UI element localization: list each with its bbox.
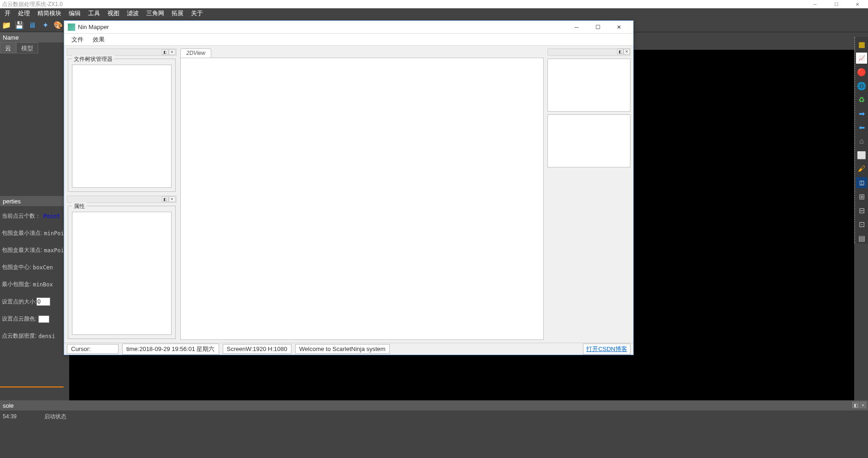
nm-2d-viewport[interactable] bbox=[180, 58, 544, 340]
nm-file-tree-group: 文件树状管理器 bbox=[68, 59, 176, 192]
nm-panel-close-button[interactable]: ✕ bbox=[169, 49, 175, 55]
nm-minimize-button[interactable]: ─ bbox=[566, 21, 587, 34]
arrow-left-icon[interactable]: ⬅ bbox=[856, 122, 867, 133]
console-time: 54:39 bbox=[3, 413, 17, 420]
menu-edit[interactable]: 编辑 bbox=[65, 8, 84, 18]
recycle-icon[interactable]: ♻ bbox=[856, 94, 867, 105]
prop-center: 包围盒中心: boxCen bbox=[0, 259, 64, 276]
nm-file-tree-title: 文件树状管理器 bbox=[72, 55, 114, 63]
console-close-button[interactable]: ✕ bbox=[860, 402, 866, 408]
prop-density: 点云数据密度: densi bbox=[0, 327, 64, 345]
left-tabs: 云 模型 bbox=[0, 42, 64, 54]
view4-icon[interactable]: ⊡ bbox=[856, 219, 867, 230]
nm-left-column: ◧ ✕ 文件树状管理器 ◧ ✕ 属性 bbox=[67, 48, 177, 340]
nm-tab-2dview[interactable]: 2DView bbox=[180, 48, 211, 58]
chart-icon[interactable]: 📈 bbox=[856, 53, 867, 64]
menu-process[interactable]: 处理 bbox=[14, 8, 34, 18]
nm-right-float-button[interactable]: ◧ bbox=[617, 49, 624, 54]
view5-icon[interactable]: ▤ bbox=[856, 232, 867, 244]
console-panel: 54:39 启动状态 bbox=[0, 410, 868, 422]
menu-open[interactable]: 开 bbox=[1, 8, 14, 18]
prop-minbox: 最小包围盒: minBox bbox=[0, 276, 64, 293]
color-tool-icon[interactable]: 🔴 bbox=[856, 66, 867, 77]
nm-props-panel: ◧ ✕ 属性 bbox=[67, 196, 177, 340]
nm-titlebar[interactable]: Nin Mapper ─ ☐ ✕ bbox=[64, 21, 633, 34]
nm-app-icon bbox=[68, 24, 75, 31]
main-title: 点云数据处理系统-ZX1.0 bbox=[2, 0, 63, 8]
main-menubar: 开 处理 精简模块 编辑 工具 视图 滤波 三角网 拓展 关于 bbox=[0, 8, 868, 18]
menu-tools[interactable]: 工具 bbox=[84, 8, 104, 18]
toolbar-open-icon[interactable]: 📁 bbox=[1, 20, 12, 31]
tab-cloud[interactable]: 云 bbox=[0, 42, 16, 54]
menu-extend[interactable]: 拓展 bbox=[168, 8, 187, 18]
nm-close-button[interactable]: ✕ bbox=[608, 21, 630, 34]
nm-status-time: time:2018-09-29 19:56:01 星期六 bbox=[122, 344, 219, 355]
nm-title: Nin Mapper bbox=[78, 24, 109, 30]
brush-icon[interactable]: 🖌 bbox=[856, 163, 867, 174]
point-color-swatch[interactable] bbox=[38, 315, 49, 323]
nm-right-header: ◧ ✕ bbox=[547, 48, 630, 56]
prop-min: 包围盒最小顶点: minPoi bbox=[0, 225, 64, 242]
properties-panel: 当前点云个数： Point 包围盒最小顶点: minPoi 包围盒最大顶点: m… bbox=[0, 208, 64, 345]
nm-file-tree-panel: ◧ ✕ 文件树状管理器 bbox=[67, 48, 177, 193]
main-maximize-button[interactable]: ☐ bbox=[826, 0, 847, 8]
nm-maximize-button[interactable]: ☐ bbox=[587, 21, 608, 34]
nm-props-close-button[interactable]: ✕ bbox=[169, 196, 175, 202]
orange-separator bbox=[0, 387, 64, 387]
nm-file-tree-view[interactable] bbox=[72, 65, 172, 188]
nm-menu-effect[interactable]: 效果 bbox=[88, 34, 109, 45]
prop-count: 当前点云个数： Point bbox=[0, 208, 64, 225]
tab-model[interactable]: 模型 bbox=[16, 42, 38, 54]
menu-filter[interactable]: 滤波 bbox=[123, 8, 143, 18]
prop-max: 包围盒最大顶点: maxPoi bbox=[0, 242, 64, 259]
prop-size: 设置点的大小: bbox=[0, 293, 64, 310]
main-close-button[interactable]: ✕ bbox=[847, 0, 868, 8]
nm-right-close-button[interactable]: ✕ bbox=[624, 49, 630, 54]
home-icon[interactable]: ⌂ bbox=[856, 136, 867, 147]
nm-menu-file[interactable]: 文件 bbox=[67, 34, 88, 45]
nm-file-tree-header: ◧ ✕ bbox=[67, 48, 177, 56]
toolbar-save-icon[interactable]: 💾 bbox=[14, 20, 25, 31]
toolbar-display-icon[interactable]: 🖥 bbox=[27, 20, 38, 31]
nm-props-header: ◧ ✕ bbox=[67, 196, 177, 203]
console-header: sole ◧ ✕ bbox=[0, 400, 868, 410]
nm-right-column: ◧ ✕ bbox=[547, 48, 630, 340]
console-float-button[interactable]: ◧ bbox=[852, 402, 859, 408]
cube-icon[interactable]: ⬜ bbox=[856, 149, 867, 161]
nm-props-title: 属性 bbox=[72, 202, 87, 210]
main-titlebar: 点云数据处理系统-ZX1.0 ─ ☐ ✕ bbox=[0, 0, 868, 8]
nm-center-column: 2DView bbox=[180, 48, 544, 340]
toolbar-palette-icon[interactable]: 🎨 bbox=[53, 20, 64, 31]
nm-status-csdn-link[interactable]: 打开CSDN博客 bbox=[583, 344, 630, 355]
properties-header: perties bbox=[0, 196, 64, 206]
nm-body: ◧ ✕ 文件树状管理器 ◧ ✕ 属性 bbox=[64, 46, 633, 343]
view1-icon[interactable]: ◫ bbox=[856, 177, 867, 188]
nm-props-view[interactable] bbox=[72, 212, 172, 335]
main-minimize-button[interactable]: ─ bbox=[804, 0, 826, 8]
nm-status-welcome: Welcome to ScarletNinja system bbox=[295, 344, 390, 354]
grid-icon[interactable]: ▦ bbox=[856, 39, 867, 50]
menu-view[interactable]: 视图 bbox=[104, 8, 123, 18]
menu-about[interactable]: 关于 bbox=[187, 8, 207, 18]
name-panel-header: Name bbox=[0, 32, 64, 42]
menu-simplify[interactable]: 精简模块 bbox=[34, 8, 65, 18]
nm-panel-float-button[interactable]: ◧ bbox=[162, 49, 168, 55]
nm-right-panel-2[interactable] bbox=[547, 114, 630, 167]
nm-menubar: 文件 效果 bbox=[64, 34, 633, 46]
console-status: 启动状态 bbox=[44, 413, 66, 421]
toolbar-tool1-icon[interactable]: ✦ bbox=[40, 20, 51, 31]
nm-statusbar: Cursor: time:2018-09-29 19:56:01 星期六 Scr… bbox=[64, 343, 633, 355]
point-size-input[interactable] bbox=[36, 297, 50, 306]
nm-status-screen: ScreenW:1920 H:1080 bbox=[223, 344, 291, 354]
nm-view-tabs: 2DView bbox=[180, 48, 544, 58]
nm-right-panel-1[interactable] bbox=[547, 59, 630, 112]
globe-icon[interactable]: 🌐 bbox=[856, 80, 867, 91]
view3-icon[interactable]: ⊟ bbox=[856, 205, 867, 216]
prop-color: 设置点云颜色: bbox=[0, 310, 64, 327]
menu-triangulation[interactable]: 三角网 bbox=[143, 8, 168, 18]
view2-icon[interactable]: ⊞ bbox=[856, 191, 867, 202]
nin-mapper-window: Nin Mapper ─ ☐ ✕ 文件 效果 ◧ ✕ 文件树状管理器 bbox=[64, 20, 634, 355]
right-toolbar: ▦ 📈 🔴 🌐 ♻ ➡ ⬅ ⌂ ⬜ 🖌 ◫ ⊞ ⊟ ⊡ ▤ bbox=[854, 37, 868, 244]
arrow-right-icon[interactable]: ➡ bbox=[856, 108, 867, 119]
nm-props-float-button[interactable]: ◧ bbox=[162, 196, 168, 202]
